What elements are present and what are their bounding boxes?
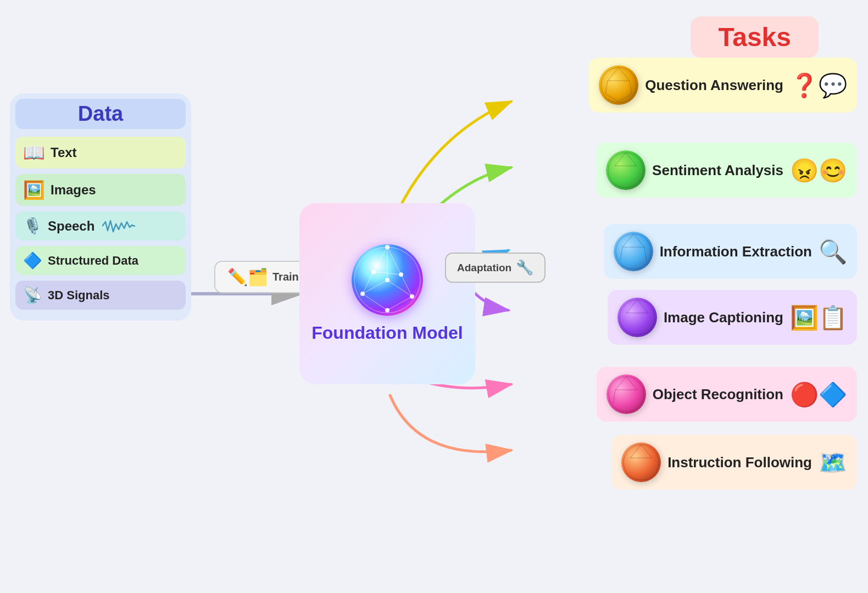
- qa-label: Question Answering: [645, 76, 783, 94]
- data-item-signals: 📡 3D Signals: [15, 281, 186, 310]
- svg-line-35: [626, 153, 637, 166]
- data-item-structured: 🔷 Structured Data: [15, 246, 186, 275]
- qa-icon: ❓💬: [790, 72, 847, 99]
- captioning-label: Image Captioning: [664, 309, 783, 327]
- svg-line-42: [644, 247, 647, 260]
- ball-object: [607, 374, 646, 414]
- info-label: Information Extraction: [660, 243, 812, 261]
- svg-line-34: [615, 153, 626, 166]
- svg-line-41: [620, 247, 622, 260]
- svg-point-21: [385, 278, 390, 282]
- data-panel: Data 📖 Text 🖼️ Images 🎙️ Speech 🔷 Struct…: [10, 93, 191, 321]
- wave-icon: [102, 219, 135, 234]
- sphere-mesh-icon: [352, 244, 423, 316]
- task-card-qa: Question Answering ❓💬: [589, 58, 857, 113]
- svg-point-43: [620, 300, 655, 335]
- mesh-object-icon: [607, 374, 646, 414]
- sentiment-label: Sentiment Analysis: [652, 161, 783, 180]
- svg-line-17: [387, 296, 412, 310]
- captioning-icon: 🖼️📋: [790, 304, 847, 331]
- adaptation-box: Adaptation 🔧: [445, 253, 546, 283]
- foundation-model-title: Foundation Model: [311, 322, 463, 343]
- tasks-header: Tasks: [691, 16, 819, 58]
- svg-point-33: [608, 153, 643, 188]
- signals-icon: 📡: [23, 286, 42, 304]
- svg-line-39: [633, 234, 644, 247]
- svg-line-13: [401, 275, 412, 296]
- object-label: Object Recognition: [653, 385, 783, 404]
- svg-line-45: [637, 300, 648, 313]
- svg-line-30: [630, 81, 632, 94]
- foundation-sphere: [352, 244, 423, 316]
- wrench-icon: 🔧: [516, 259, 533, 276]
- svg-point-22: [360, 292, 365, 296]
- svg-point-19: [371, 270, 376, 274]
- task-card-sentiment: Sentiment Analysis 😠😊: [596, 143, 857, 198]
- task-card-captioning: Image Captioning 🖼️📋: [608, 290, 857, 345]
- task-card-object: Object Recognition 🔴🔷: [597, 367, 857, 422]
- svg-line-31: [605, 94, 619, 102]
- svg-point-23: [410, 294, 414, 299]
- svg-line-15: [387, 280, 412, 296]
- svg-line-44: [626, 300, 637, 313]
- svg-point-24: [385, 308, 390, 312]
- svg-point-52: [624, 445, 659, 480]
- data-items-list: 📖 Text 🖼️ Images 🎙️ Speech 🔷 Structured …: [15, 137, 186, 310]
- svg-line-49: [626, 377, 637, 390]
- svg-point-47: [609, 377, 644, 412]
- task-card-instruct: Instruction Following 🗺️: [611, 435, 857, 490]
- data-item-text: 📖 Text: [15, 137, 186, 169]
- instruct-label: Instruction Following: [667, 454, 812, 472]
- svg-line-27: [619, 68, 630, 81]
- svg-point-18: [385, 245, 390, 249]
- mesh-instruct-icon: [621, 443, 661, 482]
- svg-point-25: [601, 68, 636, 103]
- svg-line-51: [613, 390, 615, 403]
- data-item-speech: 🎙️ Speech: [15, 211, 186, 240]
- svg-line-48: [615, 377, 626, 390]
- object-icon: 🔴🔷: [790, 381, 847, 408]
- book-icon: 📖: [23, 142, 45, 163]
- pencil-icon: ✏️🗂️: [227, 267, 268, 287]
- svg-line-26: [608, 68, 619, 81]
- svg-point-37: [616, 234, 651, 269]
- svg-point-20: [399, 272, 403, 277]
- svg-line-32: [619, 94, 632, 102]
- mesh-info-icon: [614, 232, 653, 271]
- data-item-images: 🖼️ Images: [15, 174, 186, 206]
- svg-line-29: [605, 81, 608, 94]
- ball-instruct: [621, 443, 661, 482]
- sentiment-icon: 😠😊: [790, 157, 847, 184]
- ball-info: [614, 232, 653, 271]
- svg-line-16: [363, 294, 387, 310]
- ball-captioning: [617, 298, 657, 337]
- svg-line-54: [641, 445, 652, 458]
- mesh-sentiment-icon: [606, 150, 646, 190]
- svg-line-38: [622, 234, 633, 247]
- info-icon: 🔍: [819, 238, 847, 265]
- mesh-qa-icon: [599, 65, 638, 105]
- ball-sentiment: [606, 150, 646, 190]
- task-card-info: Information Extraction 🔍: [604, 224, 857, 279]
- speech-icon: 🎙️: [23, 217, 42, 235]
- mesh-captioning-icon: [617, 298, 657, 337]
- svg-line-8: [374, 247, 387, 272]
- ball-qa: [599, 65, 638, 105]
- structured-icon: 🔷: [23, 251, 42, 270]
- foundation-model-box: Foundation Model: [299, 203, 475, 384]
- instruct-icon: 🗺️: [819, 449, 847, 476]
- data-title: Data: [15, 99, 186, 129]
- svg-line-53: [630, 445, 641, 458]
- image-icon: 🖼️: [23, 180, 45, 200]
- svg-line-9: [387, 247, 401, 275]
